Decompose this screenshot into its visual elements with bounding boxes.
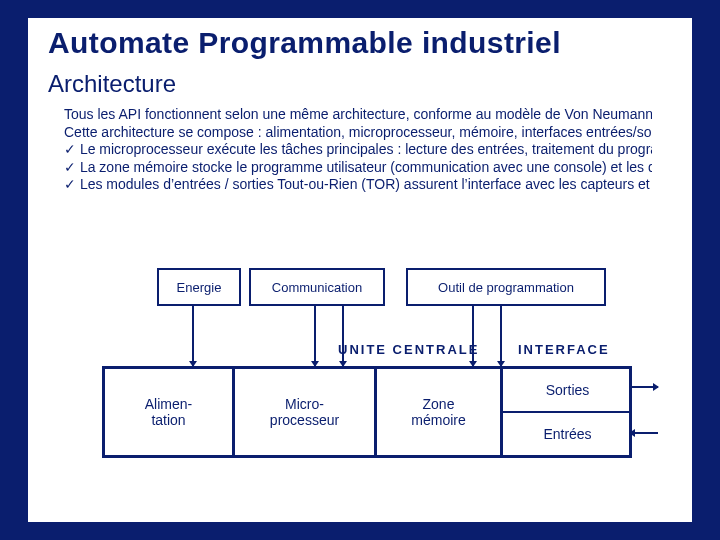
- center-strip: UNITE CENTRALE INTERFACE: [102, 342, 632, 364]
- cell-interface-io: Sorties Entrées: [503, 369, 632, 455]
- box-communication: Communication: [249, 268, 385, 306]
- para-line-4: ✓ La zone mémoire stocke le programme ut…: [64, 159, 652, 177]
- cell-entrees: Entrées: [543, 413, 591, 455]
- arrow-entrees-in: [630, 432, 658, 434]
- label-interface: INTERFACE: [518, 342, 610, 357]
- arrow-sorties-out: [630, 386, 658, 388]
- cell-zone-memoire: Zonemémoire: [377, 369, 503, 455]
- body-paragraph: Tous les API fonctionnent selon une même…: [28, 102, 692, 194]
- cell-alimentation: Alimen-tation: [105, 369, 235, 455]
- box-programming-tool: Outil de programmation: [406, 268, 606, 306]
- box-energie: Energie: [157, 268, 241, 306]
- para-line-1: Tous les API fonctionnent selon une même…: [64, 106, 652, 124]
- architecture-diagram: Energie Communication Outil de programma…: [102, 268, 632, 488]
- page-subtitle: Architecture: [28, 60, 692, 102]
- para-line-2: Cette architecture se compose : alimenta…: [64, 124, 652, 142]
- cell-microprocesseur: Micro-processeur: [235, 369, 377, 455]
- main-block: Alimen-tation Micro-processeur Zonemémoi…: [102, 366, 632, 458]
- cell-sorties: Sorties: [546, 369, 590, 411]
- label-unite-centrale: UNITE CENTRALE: [338, 342, 479, 357]
- para-line-5: ✓ Les modules d’entrées / sorties Tout-o…: [64, 176, 652, 194]
- page-title: Automate Programmable industriel: [28, 18, 692, 60]
- para-line-3: ✓ Le microprocesseur exécute les tâches …: [64, 141, 652, 159]
